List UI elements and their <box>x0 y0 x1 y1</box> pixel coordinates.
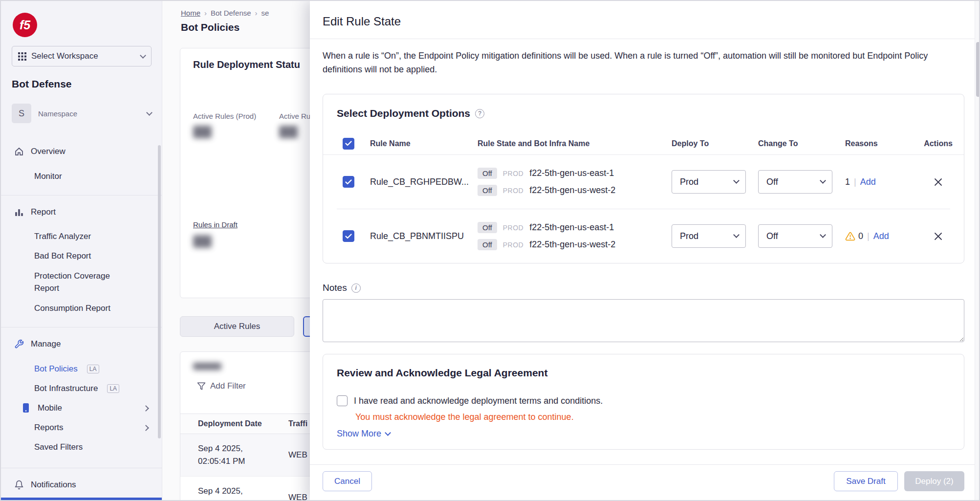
column-header-reasons: Reasons <box>845 139 913 148</box>
rule-state-badge: Off <box>478 222 497 233</box>
traffic-type: WEB <box>288 450 307 460</box>
la-badge: LA <box>107 384 119 393</box>
sidebar-item-bot-policies[interactable]: Bot Policies LA <box>1 359 162 379</box>
separator: | <box>867 231 870 241</box>
select-all-checkbox[interactable] <box>343 138 354 150</box>
background-page: Home Bot Defense se Bot Policies Rule De… <box>162 1 310 500</box>
add-reason-link[interactable]: Add <box>873 231 889 241</box>
bot-infra-name: f22-5th-gen-us-west-2 <box>529 240 615 250</box>
sidebar-item-protection-coverage-report[interactable]: Protection Coverage Report <box>1 268 162 296</box>
rule-checkbox[interactable] <box>343 230 354 242</box>
stat-label-active-rules: Active Ru <box>279 112 310 120</box>
sidebar-item-overview[interactable]: Overview <box>1 142 162 161</box>
sidebar-item-consumption-report[interactable]: Consumption Report <box>1 299 162 318</box>
rule-state-badge: Off <box>478 168 497 179</box>
divider <box>1 195 162 196</box>
rule-name: Rule_CB_RGHPEDBW... <box>370 177 478 187</box>
reasons-count: 1 <box>845 177 850 187</box>
sidebar-item-mobile[interactable]: Mobile <box>1 398 162 418</box>
change-to-value: Off <box>766 231 778 241</box>
sidebar-item-bot-infrastructure[interactable]: Bot Infrastructure LA <box>1 379 162 398</box>
sidebar-bottom-accent <box>1 498 162 500</box>
deployment-options-card: Select Deployment Options ? Rule Name Ru… <box>323 94 964 263</box>
deploy-to-select[interactable]: Prod <box>672 224 746 248</box>
sidebar-item-label: Manage <box>31 339 61 349</box>
notes-textarea[interactable] <box>323 299 964 342</box>
filter-icon <box>197 382 206 391</box>
sidebar-scrollbar[interactable] <box>158 145 161 438</box>
divider <box>1 327 162 327</box>
table-row[interactable]: Sep 4 2025, 01:12:20 PM WEB <box>180 477 310 500</box>
chevron-down-icon <box>733 232 740 238</box>
deploy-to-value: Prod <box>680 177 698 187</box>
breadcrumb-section[interactable]: Bot Defense <box>211 9 251 17</box>
column-header-actions: Actions <box>913 139 964 148</box>
sidebar-item-label: Report <box>31 207 56 217</box>
help-icon[interactable]: ? <box>475 109 484 118</box>
column-header-change-to: Change To <box>758 139 845 148</box>
table-row[interactable]: Sep 4 2025, 02:05:41 PM WEB <box>180 434 310 477</box>
environment-label: PROD <box>503 187 523 195</box>
drawer-description: When a rule is “On”, the Endpoint Policy… <box>323 49 956 76</box>
sidebar-item-traffic-analyzer[interactable]: Traffic Analyzer <box>1 227 162 246</box>
cancel-button[interactable]: Cancel <box>323 471 372 491</box>
sidebar-item-label: Bot Infrastructure <box>34 384 98 393</box>
sidebar-item-reports[interactable]: Reports <box>1 418 162 437</box>
rule-checkbox[interactable] <box>343 176 354 188</box>
legal-error-message: You must acknowledge the legal agreement… <box>355 412 574 422</box>
add-reason-link[interactable]: Add <box>860 177 876 187</box>
sidebar-item-bad-bot-report[interactable]: Bad Bot Report <box>1 246 162 266</box>
sidebar-item-label: Notifications <box>31 480 76 490</box>
sidebar-item-notifications[interactable]: Notifications <box>1 475 162 495</box>
namespace-selector[interactable]: S Namespace <box>12 103 152 124</box>
divider <box>310 464 980 465</box>
sidebar-item-label: Mobile <box>38 403 62 413</box>
divider <box>310 39 980 39</box>
workspace-selector[interactable]: Select Workspace <box>12 46 152 66</box>
sidebar-item-label: Bot Policies <box>34 364 78 374</box>
info-icon[interactable]: i <box>351 283 361 293</box>
sidebar-item-label: Overview <box>31 147 65 156</box>
remove-rule-button[interactable] <box>934 232 942 240</box>
bot-infra-name: f22-5th-gen-us-east-1 <box>529 222 614 233</box>
drawer-title: Edit Rule State <box>323 15 401 28</box>
deploy-to-select[interactable]: Prod <box>672 170 746 194</box>
sidebar-item-label: Saved Filters <box>34 442 83 452</box>
column-header-traffic: Traffi <box>288 419 307 428</box>
environment-label: PROD <box>503 170 523 177</box>
deployment-date: Sep 4 2025, <box>198 444 243 453</box>
separator: | <box>854 177 856 187</box>
options-table-header: Rule Name Rule State and Bot Infra Name … <box>323 132 964 155</box>
breadcrumb-separator <box>255 9 258 17</box>
tab-rules-in-draft[interactable]: R <box>303 316 310 337</box>
deploy-button[interactable]: Deploy (2) <box>904 471 964 491</box>
drawer-scrollbar[interactable] <box>975 1 980 501</box>
rules-in-draft-link[interactable]: Rules in Draft <box>193 220 238 229</box>
deployment-date: Sep 4 2025, <box>198 486 243 496</box>
rule-name: Rule_CB_PBNMTIISPU <box>370 231 478 241</box>
breadcrumb-home-link[interactable]: Home <box>181 9 200 17</box>
sidebar-item-monitor[interactable]: Monitor <box>1 167 162 186</box>
drawer-scrollbar-thumb[interactable] <box>976 42 980 97</box>
tab-active-rules[interactable]: Active Rules <box>180 316 294 337</box>
sidebar-item-saved-filters[interactable]: Saved Filters <box>1 437 162 457</box>
sidebar-item-report[interactable]: Report <box>1 202 162 222</box>
remove-rule-button[interactable] <box>934 178 942 186</box>
card-title: Rule Deployment Statu <box>193 59 300 70</box>
bot-infra-name: f22-5th-gen-us-east-1 <box>529 168 614 178</box>
show-more-link[interactable]: Show More <box>337 429 390 439</box>
reasons-count: 0 <box>858 231 863 241</box>
table-header: Deployment Date Traffi <box>180 414 310 434</box>
legal-agreement-checkbox[interactable] <box>337 395 348 406</box>
save-draft-button[interactable]: Save Draft <box>834 471 898 491</box>
sidebar-item-manage[interactable]: Manage <box>1 334 162 354</box>
bell-icon <box>14 479 24 490</box>
chevron-right-icon <box>143 405 149 412</box>
product-title: Bot Defense <box>12 78 72 90</box>
chevron-down-icon <box>146 109 152 116</box>
change-to-select[interactable]: Off <box>758 170 832 194</box>
add-filter-button[interactable]: Add Filter <box>197 381 246 391</box>
redacted-value <box>279 126 298 138</box>
change-to-select[interactable]: Off <box>758 224 832 248</box>
chevron-down-icon <box>820 232 826 238</box>
